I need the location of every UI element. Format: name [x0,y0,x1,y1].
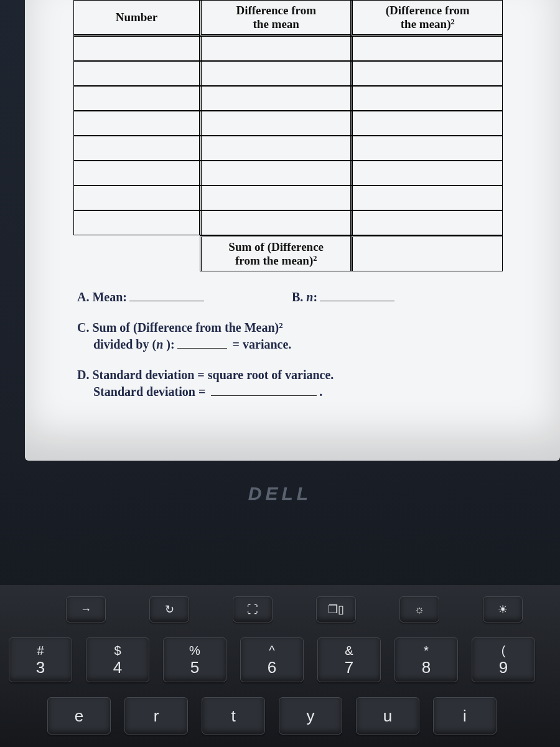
blank-variance [177,336,227,349]
worksheet-table: Number Difference from the mean (Differe… [73,0,503,271]
table-cell [351,210,503,235]
blank-n [320,289,394,301]
table-row [73,161,503,186]
table-cell [73,36,200,61]
table-cell [200,86,352,111]
refresh-icon[interactable]: ↻ [149,596,189,622]
table-cell [73,161,200,186]
key-y[interactable]: y [279,697,342,735]
table-cell [351,111,503,136]
photo-scene: Number Difference from the mean (Differe… [0,0,560,747]
prompts: A. Mean: B. n: C. Sum of (Difference fro… [77,289,541,400]
overview-icon[interactable]: ❐▯ [316,596,356,622]
col-header-number: Number [73,0,200,36]
key-6[interactable]: ^6 [240,637,304,682]
sum-value-cell [351,235,503,271]
label-a: A. Mean: [77,290,127,304]
key-9[interactable]: (9 [472,637,535,682]
table-cell [73,86,200,111]
table-cell [73,61,200,86]
dell-logo: DELL [0,483,560,504]
key-t[interactable]: t [202,697,265,735]
table-cell [73,186,200,210]
table-cell [200,161,352,186]
table-cell [351,36,503,61]
key-3[interactable]: #3 [9,637,72,682]
fullscreen-icon[interactable]: ⛶ [233,596,273,622]
brightness-down-icon[interactable]: ☼ [399,596,439,622]
worksheet-page: Number Difference from the mean (Differe… [25,0,560,400]
table-row [73,111,503,136]
table-row [73,210,503,235]
col-header-diff-sq: (Difference from the mean)2 [351,0,503,36]
table-header-row: Number Difference from the mean (Differe… [73,0,503,36]
table-cell [200,210,352,235]
blank-stddev [211,383,317,396]
sum-left-blank [73,235,200,271]
label-b: B. [292,290,306,304]
prompt-a-b: A. Mean: B. n: [77,289,541,306]
label-b-n: n [306,290,313,304]
table-cell [200,36,352,61]
table-cell [351,161,503,186]
table-cell [351,61,503,86]
table-cell [73,136,200,161]
table-cell [73,111,200,136]
blank-mean [129,289,204,301]
table-cell [200,186,352,210]
table-row [73,36,503,61]
key-r[interactable]: r [124,697,188,735]
key-8[interactable]: *8 [394,637,458,682]
table-cell [200,111,352,136]
prompt-c: C. Sum of (Difference from the Mean)2 di… [77,319,541,353]
keyboard: →↻⛶❐▯☼☀ #3$4%5^6&7*8(9 ertyui [0,585,560,747]
table-cell [73,210,200,235]
key-e[interactable]: e [47,697,111,735]
table-row [73,61,503,86]
table-cell [351,136,503,161]
key-4[interactable]: $4 [86,637,149,682]
table-row [73,136,503,161]
col-header-diff: Difference from the mean [200,0,352,36]
key-u[interactable]: u [356,697,419,735]
key-7[interactable]: &7 [317,637,381,682]
table-row [73,86,503,111]
table-cell [200,136,352,161]
table-cell [351,86,503,111]
table-cell [351,186,503,210]
sum-row: Sum of (Differencefrom the mean)2 [73,235,503,271]
table-row [73,186,503,210]
sum-label: Sum of (Differencefrom the mean)2 [200,235,352,271]
key-5[interactable]: %5 [163,637,226,682]
prompt-d: D. Standard deviation = square root of v… [77,367,541,400]
key-i[interactable]: i [433,697,497,735]
brightness-up-icon[interactable]: ☀ [483,596,523,622]
monitor: Number Difference from the mean (Differe… [25,0,560,461]
arrow-right-icon[interactable]: → [66,596,106,622]
table-cell [200,61,352,86]
